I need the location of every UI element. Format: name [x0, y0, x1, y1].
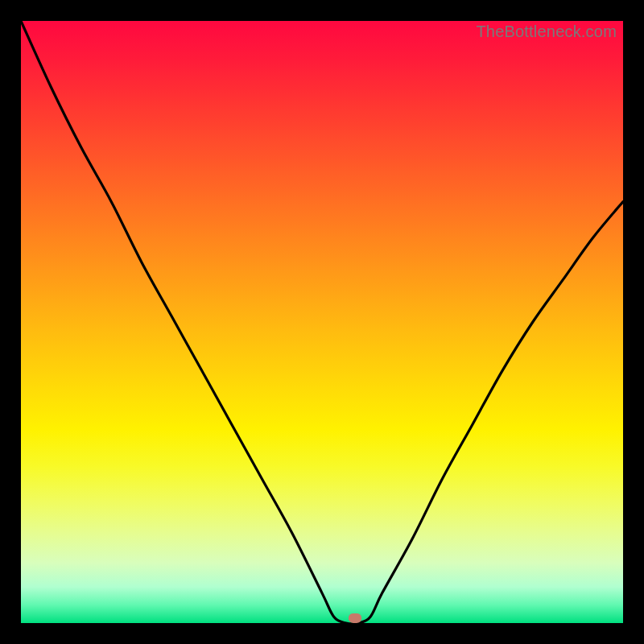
bottleneck-curve — [21, 21, 623, 623]
chart-frame: TheBottleneck.com — [0, 0, 644, 644]
plot-area: TheBottleneck.com — [21, 21, 623, 623]
optimal-point-marker — [349, 613, 361, 623]
watermark-text: TheBottleneck.com — [476, 23, 617, 41]
